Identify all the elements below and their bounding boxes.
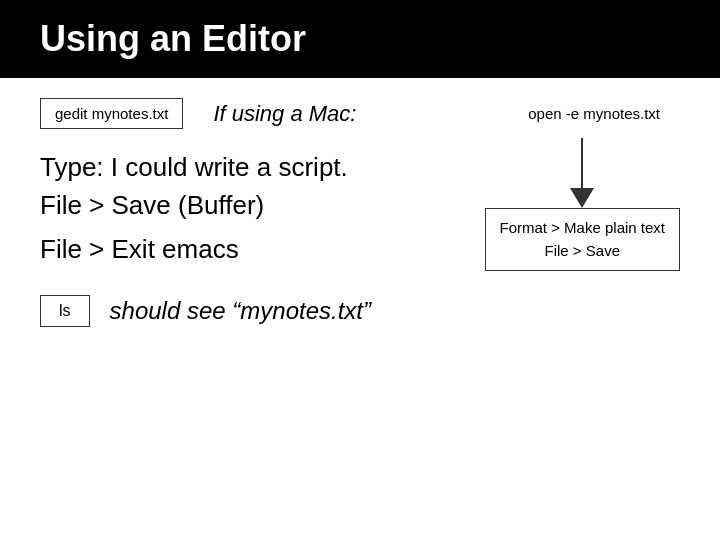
slide: Using an Editor gedit mynotes.txt If usi… bbox=[0, 0, 720, 540]
should-see-text: should see “mynotes.txt” bbox=[110, 297, 371, 325]
content-area: gedit mynotes.txt If using a Mac: open -… bbox=[0, 78, 720, 347]
arrow-line bbox=[581, 138, 583, 188]
top-row: gedit mynotes.txt If using a Mac: open -… bbox=[40, 98, 680, 129]
ls-command-box: ls bbox=[40, 295, 90, 327]
mynotes-label: “mynotes.txt” bbox=[232, 297, 371, 324]
gedit-command-box: gedit mynotes.txt bbox=[40, 98, 183, 129]
arrow-head-icon bbox=[570, 188, 594, 208]
format-line2: File > Save bbox=[500, 240, 665, 263]
mac-label: If using a Mac: bbox=[203, 101, 356, 127]
should-see-label: should see bbox=[110, 297, 226, 324]
title-bar: Using an Editor bbox=[0, 0, 720, 78]
right-section: Format > Make plain text File > Save bbox=[485, 138, 680, 271]
bottom-row: ls should see “mynotes.txt” bbox=[40, 295, 680, 327]
format-box: Format > Make plain text File > Save bbox=[485, 208, 680, 271]
ls-command-text: ls bbox=[59, 302, 71, 319]
gedit-command-text: gedit mynotes.txt bbox=[55, 105, 168, 122]
slide-title: Using an Editor bbox=[40, 18, 306, 59]
format-line1: Format > Make plain text bbox=[500, 217, 665, 240]
open-command: open -e mynotes.txt bbox=[528, 105, 660, 122]
